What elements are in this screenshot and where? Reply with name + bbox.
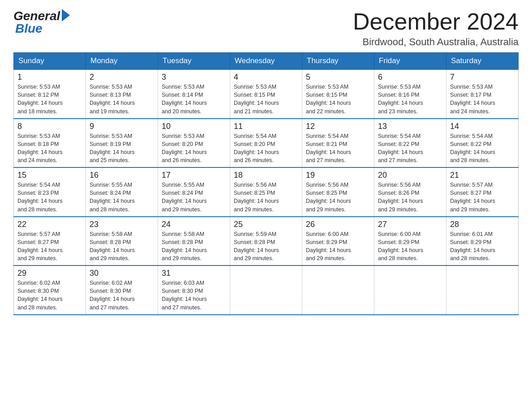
day-info: Sunrise: 5:58 AMSunset: 8:28 PMDaylight:… [90, 230, 154, 263]
day-number: 13 [378, 122, 442, 131]
calendar-cell: 8Sunrise: 5:53 AMSunset: 8:18 PMDaylight… [14, 119, 86, 168]
day-number: 9 [90, 122, 154, 131]
day-info: Sunrise: 5:57 AMSunset: 8:27 PMDaylight:… [17, 230, 82, 263]
calendar-cell: 29Sunrise: 6:02 AMSunset: 8:30 PMDayligh… [14, 265, 86, 315]
day-number: 4 [234, 73, 298, 82]
day-info: Sunrise: 6:02 AMSunset: 8:30 PMDaylight:… [90, 279, 154, 312]
day-info: Sunrise: 5:53 AMSunset: 8:13 PMDaylight:… [90, 83, 154, 116]
calendar-cell: 20Sunrise: 5:56 AMSunset: 8:26 PMDayligh… [374, 167, 446, 217]
day-number: 5 [306, 73, 370, 82]
calendar-cell: 16Sunrise: 5:55 AMSunset: 8:24 PMDayligh… [86, 167, 158, 217]
day-number: 20 [378, 171, 442, 180]
day-number: 14 [450, 122, 515, 131]
calendar-cell: 27Sunrise: 6:00 AMSunset: 8:29 PMDayligh… [374, 217, 446, 266]
calendar-cell: 6Sunrise: 5:53 AMSunset: 8:16 PMDaylight… [374, 69, 446, 119]
logo-blue-text: Blue [15, 21, 43, 36]
day-number: 22 [17, 220, 82, 229]
location-title: Birdwood, South Australia, Australia [353, 36, 519, 48]
day-info: Sunrise: 5:54 AMSunset: 8:20 PMDaylight:… [234, 132, 298, 165]
day-info: Sunrise: 5:56 AMSunset: 8:25 PMDaylight:… [306, 181, 370, 214]
day-info: Sunrise: 6:02 AMSunset: 8:30 PMDaylight:… [17, 279, 82, 312]
weekday-header-wednesday: Wednesday [230, 53, 302, 70]
day-number: 26 [306, 220, 370, 229]
calendar-week-row: 29Sunrise: 6:02 AMSunset: 8:30 PMDayligh… [14, 265, 519, 315]
day-number: 10 [162, 122, 226, 131]
day-info: Sunrise: 5:54 AMSunset: 8:23 PMDaylight:… [17, 181, 82, 214]
calendar-cell: 11Sunrise: 5:54 AMSunset: 8:20 PMDayligh… [230, 119, 302, 168]
day-info: Sunrise: 5:54 AMSunset: 8:22 PMDaylight:… [378, 132, 442, 165]
calendar-cell [374, 265, 446, 315]
calendar-cell: 28Sunrise: 6:01 AMSunset: 8:29 PMDayligh… [446, 217, 519, 266]
calendar-cell: 7Sunrise: 5:53 AMSunset: 8:17 PMDaylight… [446, 69, 519, 119]
calendar-cell: 30Sunrise: 6:02 AMSunset: 8:30 PMDayligh… [86, 265, 158, 315]
day-info: Sunrise: 6:03 AMSunset: 8:30 PMDaylight:… [162, 279, 226, 312]
calendar-week-row: 22Sunrise: 5:57 AMSunset: 8:27 PMDayligh… [14, 217, 519, 266]
day-number: 19 [306, 171, 370, 180]
calendar-cell: 12Sunrise: 5:54 AMSunset: 8:21 PMDayligh… [302, 119, 374, 168]
weekday-header-sunday: Sunday [14, 53, 86, 70]
day-info: Sunrise: 6:01 AMSunset: 8:29 PMDaylight:… [450, 230, 515, 263]
calendar-cell: 19Sunrise: 5:56 AMSunset: 8:25 PMDayligh… [302, 167, 374, 217]
calendar-cell [230, 265, 302, 315]
weekday-header-monday: Monday [86, 53, 158, 70]
day-info: Sunrise: 5:53 AMSunset: 8:17 PMDaylight:… [450, 83, 515, 116]
calendar-cell: 31Sunrise: 6:03 AMSunset: 8:30 PMDayligh… [158, 265, 230, 315]
day-info: Sunrise: 5:56 AMSunset: 8:25 PMDaylight:… [234, 181, 298, 214]
calendar-week-row: 1Sunrise: 5:53 AMSunset: 8:12 PMDaylight… [14, 69, 519, 119]
day-number: 23 [90, 220, 154, 229]
day-number: 6 [378, 73, 442, 82]
calendar-cell: 3Sunrise: 5:53 AMSunset: 8:14 PMDaylight… [158, 69, 230, 119]
calendar-cell: 10Sunrise: 5:53 AMSunset: 8:20 PMDayligh… [158, 119, 230, 168]
page-header: General Blue December 2024 Birdwood, Sou… [13, 9, 519, 48]
day-info: Sunrise: 5:53 AMSunset: 8:15 PMDaylight:… [234, 83, 298, 116]
month-title: December 2024 [353, 9, 519, 34]
day-number: 12 [306, 122, 370, 131]
day-number: 11 [234, 122, 298, 131]
day-number: 30 [90, 269, 154, 278]
day-info: Sunrise: 6:00 AMSunset: 8:29 PMDaylight:… [378, 230, 442, 263]
calendar-week-row: 8Sunrise: 5:53 AMSunset: 8:18 PMDaylight… [14, 119, 519, 168]
day-info: Sunrise: 6:00 AMSunset: 8:29 PMDaylight:… [306, 230, 370, 263]
day-number: 25 [234, 220, 298, 229]
calendar-table: SundayMondayTuesdayWednesdayThursdayFrid… [13, 52, 519, 315]
calendar-cell: 23Sunrise: 5:58 AMSunset: 8:28 PMDayligh… [86, 217, 158, 266]
day-info: Sunrise: 5:53 AMSunset: 8:19 PMDaylight:… [90, 132, 154, 165]
day-number: 24 [162, 220, 226, 229]
calendar-cell: 26Sunrise: 6:00 AMSunset: 8:29 PMDayligh… [302, 217, 374, 266]
day-info: Sunrise: 5:53 AMSunset: 8:20 PMDaylight:… [162, 132, 226, 165]
day-number: 7 [450, 73, 515, 82]
calendar-cell: 2Sunrise: 5:53 AMSunset: 8:13 PMDaylight… [86, 69, 158, 119]
calendar-cell [302, 265, 374, 315]
weekday-header-thursday: Thursday [302, 53, 374, 70]
day-number: 3 [162, 73, 226, 82]
day-info: Sunrise: 5:59 AMSunset: 8:28 PMDaylight:… [234, 230, 298, 263]
calendar-cell: 15Sunrise: 5:54 AMSunset: 8:23 PMDayligh… [14, 167, 86, 217]
calendar-cell: 9Sunrise: 5:53 AMSunset: 8:19 PMDaylight… [86, 119, 158, 168]
day-info: Sunrise: 5:58 AMSunset: 8:28 PMDaylight:… [162, 230, 226, 263]
day-info: Sunrise: 5:55 AMSunset: 8:24 PMDaylight:… [162, 181, 226, 214]
calendar-cell: 1Sunrise: 5:53 AMSunset: 8:12 PMDaylight… [14, 69, 86, 119]
day-info: Sunrise: 5:53 AMSunset: 8:15 PMDaylight:… [306, 83, 370, 116]
day-info: Sunrise: 5:56 AMSunset: 8:26 PMDaylight:… [378, 181, 442, 214]
day-info: Sunrise: 5:53 AMSunset: 8:16 PMDaylight:… [378, 83, 442, 116]
weekday-header-saturday: Saturday [446, 53, 519, 70]
day-info: Sunrise: 5:57 AMSunset: 8:27 PMDaylight:… [450, 181, 515, 214]
calendar-cell: 17Sunrise: 5:55 AMSunset: 8:24 PMDayligh… [158, 167, 230, 217]
day-number: 16 [90, 171, 154, 180]
day-info: Sunrise: 5:53 AMSunset: 8:14 PMDaylight:… [162, 83, 226, 116]
weekday-header-friday: Friday [374, 53, 446, 70]
day-number: 8 [17, 122, 82, 131]
day-number: 31 [162, 269, 226, 278]
day-number: 21 [450, 171, 515, 180]
day-info: Sunrise: 5:53 AMSunset: 8:12 PMDaylight:… [17, 83, 82, 116]
weekday-header-tuesday: Tuesday [158, 53, 230, 70]
day-info: Sunrise: 5:53 AMSunset: 8:18 PMDaylight:… [17, 132, 82, 165]
calendar-cell: 22Sunrise: 5:57 AMSunset: 8:27 PMDayligh… [14, 217, 86, 266]
day-number: 28 [450, 220, 515, 229]
day-number: 17 [162, 171, 226, 180]
day-number: 29 [17, 269, 82, 278]
title-block: December 2024 Birdwood, South Australia,… [353, 9, 519, 48]
day-number: 2 [90, 73, 154, 82]
day-info: Sunrise: 5:54 AMSunset: 8:21 PMDaylight:… [306, 132, 370, 165]
calendar-cell: 13Sunrise: 5:54 AMSunset: 8:22 PMDayligh… [374, 119, 446, 168]
